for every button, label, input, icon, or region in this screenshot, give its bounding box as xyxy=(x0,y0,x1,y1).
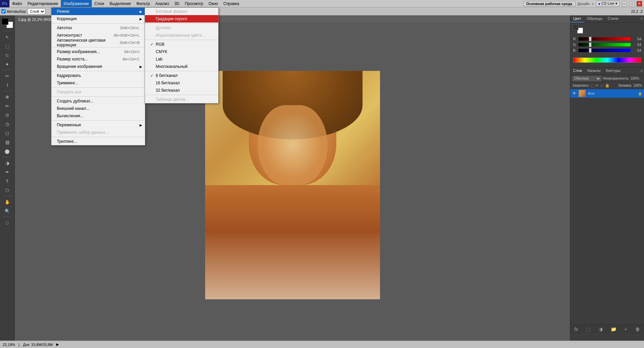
shape-tool[interactable]: ⬡ xyxy=(1,186,14,194)
image-menu-vneshniy[interactable]: Внешний канал... xyxy=(51,105,145,112)
minimize-btn[interactable]: — xyxy=(622,1,627,6)
menu-file[interactable]: Файл xyxy=(9,0,25,7)
gradient-tool[interactable]: ▨ xyxy=(1,138,14,146)
menu-filter[interactable]: Фильтр xyxy=(134,0,152,7)
vneshniy-label: Внешний канал... xyxy=(57,106,89,111)
styles-tab[interactable]: Стили xyxy=(605,15,621,23)
swatches-tab[interactable]: Образцы xyxy=(584,15,605,23)
lasso-tool[interactable]: ⊂ xyxy=(1,51,14,59)
menu-window[interactable]: Окно xyxy=(206,0,221,7)
quick-mask[interactable]: □ xyxy=(1,218,14,227)
image-menu-rezim[interactable]: Режим xyxy=(51,8,145,15)
fg-bg-swatches[interactable] xyxy=(2,18,13,28)
zoom-tool[interactable]: 🔍 xyxy=(1,207,14,215)
history-tool[interactable]: ◷ xyxy=(1,120,14,128)
lock-brush-icon[interactable]: ✏ xyxy=(596,83,599,88)
type-tool[interactable]: T xyxy=(1,177,14,185)
layer-mask-btn[interactable]: ⬚ xyxy=(586,327,591,332)
autoselect-dropdown[interactable]: Слой xyxy=(28,8,45,14)
image-menu-trepping[interactable]: Треппинг... xyxy=(51,138,145,145)
brush-tool[interactable]: ✏ xyxy=(1,101,14,110)
layer-visibility-icon[interactable]: 👁 xyxy=(572,91,576,96)
workspace-label[interactable]: Основная рабочая среда xyxy=(523,1,575,6)
close-btn[interactable]: ✕ xyxy=(637,1,642,6)
rezim-rgb[interactable]: ✓ RGB xyxy=(145,41,218,48)
channels-tab[interactable]: Каналы xyxy=(585,68,603,75)
cs-live-btn[interactable]: ● CS Live ▾ xyxy=(596,1,620,6)
autoselect-checkbox[interactable] xyxy=(1,9,6,13)
image-menu-razmer-holsta[interactable]: Размер холста... Alt+Ctrl+C xyxy=(51,55,145,63)
color-panel-collapse[interactable]: ≡ xyxy=(639,15,644,23)
lock-move-icon[interactable]: ↔ xyxy=(600,84,604,88)
layers-tab[interactable]: Слои xyxy=(570,68,585,75)
crop-tool[interactable]: ✂ xyxy=(1,72,14,80)
rezim-gradacii[interactable]: Градации серого xyxy=(145,15,218,23)
rezim-8bit[interactable]: ✓ 8 бит/канал xyxy=(145,72,218,79)
heal-tool[interactable]: ⊕ xyxy=(1,92,14,101)
menu-image[interactable]: Изображение xyxy=(61,0,92,7)
rezim-tablitsa-check xyxy=(150,97,156,101)
menu-layer[interactable]: Слои xyxy=(92,0,107,7)
rezim-mnogokanal[interactable]: Многоканальный xyxy=(145,63,218,70)
lock-all-icon[interactable]: 🔒 xyxy=(605,83,610,88)
eyedropper-tool[interactable]: ⌇ xyxy=(1,81,14,89)
image-menu-korrekciya[interactable]: Коррекция xyxy=(51,15,145,23)
pen-tool[interactable]: ✒ xyxy=(1,168,14,176)
menu-edit[interactable]: Редактирование xyxy=(25,0,61,7)
lock-label: Закрепить: xyxy=(572,84,590,87)
panel-fg-swatch[interactable] xyxy=(572,24,578,30)
blend-mode-select[interactable]: Обычные xyxy=(572,76,601,81)
green-thumb[interactable] xyxy=(589,42,592,47)
color-spectrum[interactable] xyxy=(573,57,641,63)
image-menu-kadrirovat[interactable]: Кадрировать xyxy=(51,72,145,79)
maximize-btn[interactable]: □ xyxy=(629,1,635,6)
rezim-lab[interactable]: Lab xyxy=(145,55,218,63)
layer-delete-btn[interactable]: 🗑 xyxy=(635,327,640,332)
image-menu-avtoton[interactable]: Автотон Shift+Ctrl+L xyxy=(51,24,145,32)
paths-tab[interactable]: Контуры xyxy=(603,68,623,75)
arrow-more[interactable]: » xyxy=(592,2,594,6)
menu-analysis[interactable]: Анализ xyxy=(153,0,172,7)
blue-slider[interactable] xyxy=(578,49,631,52)
image-menu-vychisleniya[interactable]: Вычисления... xyxy=(51,112,145,120)
status-arrow[interactable]: ▶ xyxy=(56,342,59,347)
rezim-cmyk[interactable]: CMYK xyxy=(145,48,218,55)
blur-tool[interactable]: ⬤ xyxy=(1,147,14,156)
dodge-tool[interactable]: ◑ xyxy=(1,159,14,167)
selection-tool[interactable]: ⬚ xyxy=(1,42,14,50)
layer-adjustment-btn[interactable]: ◑ xyxy=(599,327,603,332)
rezim-sep-4 xyxy=(145,95,218,95)
image-menu-trimming[interactable]: Тримминг... xyxy=(51,79,145,87)
hand-tool[interactable]: ✋ xyxy=(1,198,14,206)
foreground-color-swatch[interactable] xyxy=(2,18,8,25)
red-thumb[interactable] xyxy=(589,37,592,41)
image-menu-autocvet[interactable]: Автоматическая цветовая коррекция Shift+… xyxy=(51,39,145,46)
wand-tool[interactable]: ✦ xyxy=(1,60,14,69)
image-menu-dublikat[interactable]: Создать дубликат... xyxy=(51,97,145,105)
layer-group-btn[interactable]: 📁 xyxy=(611,327,616,332)
layer-new-btn[interactable]: + xyxy=(624,327,627,332)
rezim-32bit[interactable]: 32 бит/канал xyxy=(145,87,218,94)
color-panel: Цвет Образцы Стили ≡ R 54 G xyxy=(570,15,644,68)
move-tool[interactable]: ↖ xyxy=(1,33,14,41)
menu-view[interactable]: Просмотр xyxy=(182,0,206,7)
layer-item-fon[interactable]: 👁 Фон 🔒 xyxy=(570,89,644,98)
layer-fx-btn[interactable]: fx xyxy=(574,327,578,332)
image-menu-peremennye[interactable]: Переменные xyxy=(51,121,145,129)
green-slider[interactable] xyxy=(578,43,631,46)
color-tab[interactable]: Цвет xyxy=(570,15,584,23)
image-menu-razmer-izobr[interactable]: Размер изображения... Alt+Ctrl+I xyxy=(51,48,145,55)
eraser-tool[interactable]: ◻ xyxy=(1,129,14,137)
left-toolbar: ↖ ⬚ ⊂ ✦ ✂ ⌇ ⊕ ✏ ⊙ ◷ ◻ ▨ ⬤ ◑ ✒ T ⬡ ✋ 🔍 □ xyxy=(0,15,15,341)
panel-fg-bg[interactable] xyxy=(572,24,583,34)
menu-select[interactable]: Выделение xyxy=(107,0,134,7)
clone-tool[interactable]: ⊙ xyxy=(1,111,14,119)
lock-icon[interactable]: ⬚ xyxy=(591,83,594,88)
layers-panel-collapse[interactable]: ≡ xyxy=(639,68,644,75)
menu-3d[interactable]: 3D xyxy=(172,0,182,7)
menu-help[interactable]: Справка xyxy=(221,0,242,7)
image-menu-vrashen[interactable]: Вращение изображения xyxy=(51,63,145,70)
rezim-16bit[interactable]: 16 бит/канал xyxy=(145,79,218,87)
red-slider[interactable] xyxy=(578,37,631,41)
blue-thumb[interactable] xyxy=(589,48,592,53)
